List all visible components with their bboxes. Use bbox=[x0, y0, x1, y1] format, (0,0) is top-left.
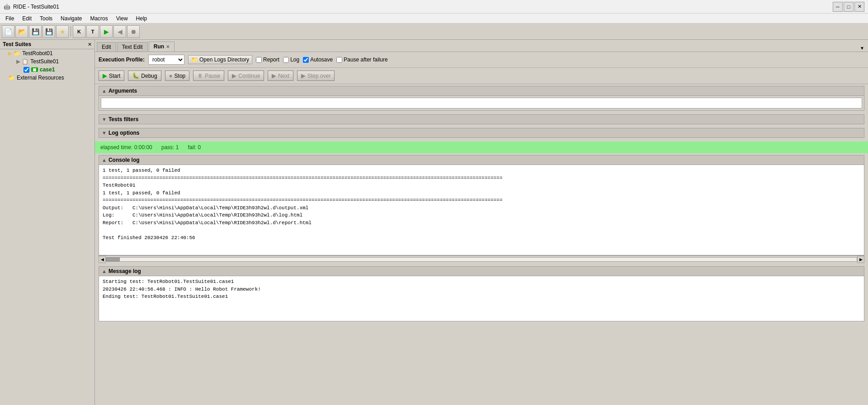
tree-item-testsuite01[interactable]: ▶ 📋 TestSuite01 bbox=[0, 57, 94, 66]
step-over-label: Step over bbox=[307, 73, 330, 79]
saveas-button[interactable]: 💾 bbox=[42, 25, 55, 38]
menu-navigate[interactable]: Navigate bbox=[57, 14, 85, 23]
main-layout: Test Suites ✕ ▶ 📁 TestRobot01 ▶ 📋 TestSu… bbox=[0, 40, 868, 405]
console-hscrollbar: ◀ ▶ bbox=[99, 255, 864, 263]
console-log-content[interactable]: 1 test, 1 passed, 0 failed =============… bbox=[99, 165, 864, 255]
fail-count: fail: 0 bbox=[188, 144, 201, 151]
message-log-label: Message log bbox=[108, 268, 141, 274]
start-icon: ▶ bbox=[103, 72, 107, 79]
pause-run-button[interactable]: ⏸ Pause bbox=[193, 71, 224, 81]
tab-dropdown-arrow[interactable]: ▼ bbox=[858, 45, 866, 52]
start-label: Start bbox=[109, 73, 120, 79]
tree-item-case1[interactable]: ▣ case1 bbox=[0, 66, 94, 74]
console-log-header[interactable]: ▲ Console log bbox=[99, 155, 864, 165]
report-checkbox[interactable] bbox=[256, 57, 262, 63]
message-log-header[interactable]: ▲ Message log bbox=[99, 266, 864, 276]
next-run-button[interactable]: ▶ Next bbox=[268, 71, 293, 81]
pause-label: Pause bbox=[205, 73, 220, 79]
message-line-3: Ending test: TestRobot01.TestSuite01.cas… bbox=[103, 293, 860, 301]
scroll-thumb[interactable] bbox=[106, 258, 120, 261]
new-button[interactable]: 📄 bbox=[2, 25, 14, 38]
log-options-toggle-icon: ▼ bbox=[102, 130, 107, 136]
case1-badge: ▣ bbox=[31, 67, 38, 72]
menu-view[interactable]: View bbox=[113, 14, 132, 23]
stop-run-button[interactable]: ● Stop bbox=[165, 71, 190, 81]
save-button[interactable]: 💾 bbox=[29, 25, 42, 38]
autosave-checkbox[interactable] bbox=[303, 57, 309, 63]
debug-run-button[interactable]: 🐛 Debug bbox=[128, 71, 161, 81]
start-button[interactable]: ▶ Start bbox=[99, 71, 124, 81]
console-log-toggle-icon: ▲ bbox=[102, 157, 107, 163]
scroll-left-arrow[interactable]: ◀ bbox=[99, 256, 106, 263]
autosave-label: Autosave bbox=[310, 57, 333, 63]
report-checkbox-label: Report bbox=[256, 57, 279, 63]
star-button[interactable]: ★ bbox=[56, 25, 69, 38]
continue-label: Continue bbox=[238, 73, 260, 79]
undo-button[interactable]: K bbox=[73, 25, 85, 38]
tree-label-external: External Resources bbox=[17, 75, 64, 81]
menu-file[interactable]: File bbox=[2, 14, 18, 23]
tab-run-label: Run bbox=[154, 43, 164, 50]
case1-checkbox[interactable] bbox=[24, 67, 29, 73]
tab-run-close[interactable]: ✕ bbox=[166, 44, 170, 49]
menu-help[interactable]: Help bbox=[132, 14, 151, 23]
open-button[interactable]: 📂 bbox=[15, 25, 28, 38]
open-logs-button[interactable]: 📁 Open Logs Directory bbox=[188, 55, 252, 64]
tab-edit[interactable]: Edit bbox=[97, 42, 116, 52]
suite-icon: ▶ 📋 bbox=[16, 58, 28, 65]
step-over-button[interactable]: ▶ Step over bbox=[297, 71, 335, 81]
menu-tools[interactable]: Tools bbox=[36, 14, 56, 23]
scroll-right-arrow[interactable]: ▶ bbox=[857, 256, 864, 263]
tree-item-external[interactable]: 📁 External Resources bbox=[0, 74, 94, 82]
execution-profile-select[interactable]: robot pybot jybot bbox=[148, 55, 184, 65]
run-controls: ▶ Start 🐛 Debug ● Stop ⏸ Pause ▶ Cont bbox=[95, 68, 868, 84]
tests-filters-label: Tests filters bbox=[108, 116, 138, 122]
tab-text-edit-label: Text Edit bbox=[122, 44, 143, 50]
left-panel: Test Suites ✕ ▶ 📁 TestRobot01 ▶ 📋 TestSu… bbox=[0, 40, 95, 405]
close-button[interactable]: ✕ bbox=[854, 2, 864, 12]
step-over-icon: ▶ bbox=[301, 72, 306, 79]
panel-title: Test Suites bbox=[3, 41, 31, 47]
debug-button[interactable]: ◀ bbox=[113, 25, 126, 38]
message-line-1: Starting test: TestRobot01.TestSuite01.c… bbox=[103, 278, 860, 286]
pause-after-failure-label: Pause after failure bbox=[344, 57, 387, 63]
arguments-section-header[interactable]: ▲ Arguments bbox=[99, 86, 864, 96]
continue-run-button[interactable]: ▶ Continue bbox=[228, 71, 264, 81]
report-label: Report bbox=[263, 57, 279, 63]
arguments-section-content bbox=[99, 96, 864, 111]
stop-icon: ● bbox=[169, 72, 173, 79]
run-content: Execution Profile: robot pybot jybot 📁 O… bbox=[95, 52, 868, 405]
menu-macros[interactable]: Macros bbox=[86, 14, 111, 23]
tab-bar: Edit Text Edit Run ✕ ▼ bbox=[95, 40, 868, 52]
pass-count: pass: 1 bbox=[161, 144, 179, 151]
tab-run[interactable]: Run ✕ bbox=[149, 42, 175, 52]
menu-edit[interactable]: Edit bbox=[19, 14, 35, 23]
tree-item-testrobot01[interactable]: ▶ 📁 TestRobot01 bbox=[0, 49, 94, 57]
open-logs-label: Open Logs Directory bbox=[199, 57, 249, 63]
debug-icon: 🐛 bbox=[132, 72, 139, 79]
status-bar: elapsed time: 0:00:00 pass: 1 fail: 0 bbox=[95, 141, 868, 153]
toolbar: 📄 📂 💾 💾 ★ K T ▶ ◀ ⏺ bbox=[0, 24, 868, 40]
pause-after-failure-checkbox[interactable] bbox=[336, 57, 342, 63]
log-options-header[interactable]: ▼ Log options bbox=[99, 128, 864, 138]
stop-label: Stop bbox=[175, 73, 186, 79]
next-icon: ▶ bbox=[272, 72, 276, 79]
tab-text-edit[interactable]: Text Edit bbox=[117, 42, 148, 52]
folder-icon: ▶ 📁 bbox=[8, 50, 20, 57]
panel-close-button[interactable]: ✕ bbox=[88, 42, 92, 47]
redo-button[interactable]: T bbox=[86, 25, 99, 38]
title-bar-text: RIDE - TestSuite01 bbox=[13, 4, 59, 10]
run-button[interactable]: ▶ bbox=[100, 25, 113, 38]
log-options-section: ▼ Log options bbox=[99, 128, 864, 138]
message-log-content[interactable]: Starting test: TestRobot01.TestSuite01.c… bbox=[99, 276, 864, 321]
tests-filters-header[interactable]: ▼ Tests filters bbox=[99, 114, 864, 124]
log-options-label: Log options bbox=[108, 130, 140, 136]
log-checkbox[interactable] bbox=[283, 57, 289, 63]
autosave-checkbox-label: Autosave bbox=[303, 57, 333, 63]
panel-header: Test Suites ✕ bbox=[0, 40, 94, 49]
minimize-button[interactable]: ─ bbox=[833, 2, 843, 12]
stop-button[interactable]: ⏺ bbox=[127, 25, 140, 38]
maximize-button[interactable]: □ bbox=[844, 2, 854, 12]
arguments-input[interactable] bbox=[101, 98, 862, 108]
tree-label-testrobot01: TestRobot01 bbox=[22, 50, 52, 57]
